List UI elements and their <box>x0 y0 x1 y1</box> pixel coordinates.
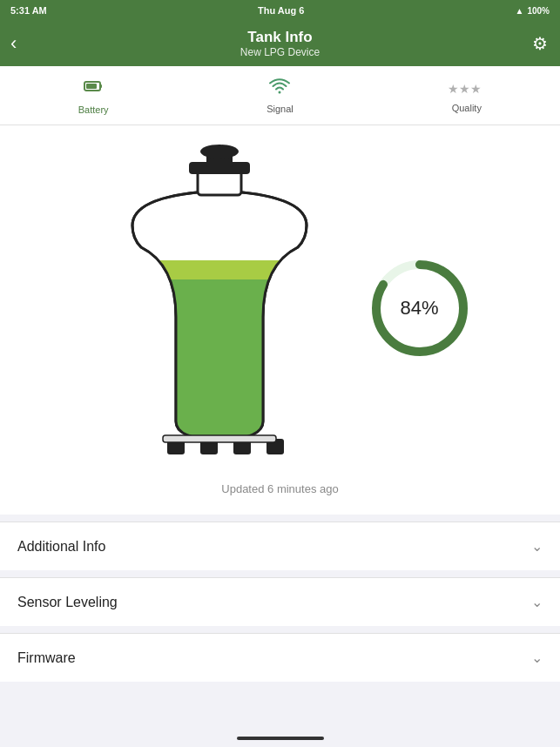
main-content: 84% Updated 6 minutes ago <box>0 125 560 515</box>
percentage-gauge: 84% <box>368 256 472 360</box>
svg-point-13 <box>200 145 239 158</box>
battery-tab-label: Battery <box>78 104 109 115</box>
battery-status: 100% <box>527 6 550 16</box>
device-subtitle: New LPG Device <box>240 46 320 58</box>
svg-rect-1 <box>100 84 102 88</box>
svg-rect-9 <box>132 260 307 279</box>
header-title-block: Tank Info New LPG Device <box>240 29 320 58</box>
signal-tab-label: Signal <box>267 104 293 114</box>
status-date: Thu Aug 6 <box>258 5 304 16</box>
wifi-status-icon: ▲ <box>516 6 524 16</box>
accordion-firmware[interactable]: Firmware ⌄ <box>0 633 560 682</box>
tab-signal[interactable]: Signal <box>186 66 373 124</box>
settings-button[interactable]: ⚙ <box>532 33 548 54</box>
tab-bar: Battery Signal ★★★ Quality <box>0 66 560 125</box>
quality-tab-icon: ★★★ <box>448 77 486 100</box>
updated-timestamp: Updated 6 minutes ago <box>221 482 338 495</box>
gauge-container: 84% <box>368 256 472 360</box>
chevron-down-icon-additional: ⌄ <box>531 538 543 555</box>
signal-tab-icon <box>267 77 292 101</box>
battery-tab-icon <box>83 76 104 102</box>
page-title: Tank Info <box>240 29 320 46</box>
tank-gauge-container: 84% <box>17 143 543 474</box>
back-button[interactable]: ‹ <box>10 32 17 55</box>
quality-tab-label: Quality <box>452 103 482 113</box>
gauge-percentage: 84% <box>400 297 438 320</box>
accordion-label-sensor: Sensor Leveling <box>17 595 118 610</box>
status-time: 5:31 AM <box>10 5 47 16</box>
tab-quality[interactable]: ★★★ Quality <box>374 66 560 124</box>
tank-svg <box>89 143 350 474</box>
header: ‹ Tank Info New LPG Device ⚙ <box>0 21 560 66</box>
svg-text:★★★: ★★★ <box>448 82 482 95</box>
svg-rect-2 <box>86 84 97 89</box>
status-indicators: ▲ 100% <box>516 6 550 16</box>
accordion-label-firmware: Firmware <box>17 650 76 666</box>
chevron-down-icon-sensor: ⌄ <box>531 594 543 610</box>
home-indicator <box>237 737 324 740</box>
svg-rect-8 <box>132 269 307 443</box>
tank-visual <box>89 143 350 474</box>
accordion-additional-info[interactable]: Additional Info ⌄ <box>0 522 560 570</box>
accordion-label-additional: Additional Info <box>17 539 105 555</box>
accordion-sensor-leveling[interactable]: Sensor Leveling ⌄ <box>0 577 560 626</box>
status-bar: 5:31 AM Thu Aug 6 ▲ 100% <box>0 0 560 21</box>
svg-rect-14 <box>163 435 276 442</box>
tab-battery[interactable]: Battery <box>0 66 186 124</box>
chevron-down-icon-firmware: ⌄ <box>531 649 543 666</box>
